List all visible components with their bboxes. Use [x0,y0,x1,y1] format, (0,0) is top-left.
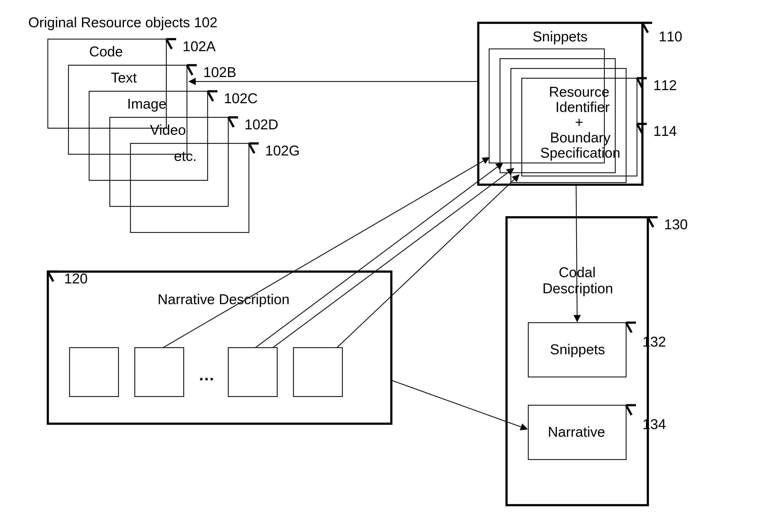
snippet-ref-top: 112 [653,77,677,93]
snippet-line1: Resource [549,84,609,100]
snippet-line2: Identifier [556,99,610,115]
resource-stack: Code 102A Text 102B Image 102C Video 102… [48,38,300,232]
svg-rect-11 [506,217,648,505]
snippet-line3: Boundary [550,130,611,145]
codal-snippets-ref: 132 [642,334,666,350]
arrow-narr4-to-snip [337,175,519,347]
narrative-ref: 120 [64,271,88,286]
resources-heading: Original Resource objects 102 [28,14,218,30]
narrative-ellipsis: … [198,366,215,384]
resource-text-ref: 102B [203,64,236,80]
snippet-plus: + [575,114,583,130]
snippets-ref: 110 [659,29,683,44]
arrow-narr3a-to-snip [255,163,503,348]
codal-ref: 130 [664,216,688,232]
narrative-slot-2 [135,348,184,397]
snippet-ref-bottom: 114 [653,123,677,139]
snippets-group: Snippets 110 Resource Identifier + Bound… [478,23,683,185]
narrative-title: Narrative Description [158,291,290,307]
narrative-slot-4 [293,348,342,397]
snippets-title: Snippets [533,29,587,44]
arrow-snippets-to-codal [576,185,577,321]
codal-snippets-label: Snippets [550,342,605,357]
resource-video-ref: 102D [245,117,278,132]
narrative-slot-1 [70,348,119,397]
resource-etc-ref: 102G [265,143,300,159]
codal-narrative-ref: 134 [642,416,666,432]
codal-title-2: Description [542,280,613,296]
resource-code-ref: 102A [182,38,216,54]
resource-text-label: Text [111,70,137,86]
codal-narrative-label: Narrative [548,424,605,440]
narrative-group: 120 Narrative Description … [48,271,392,424]
arrow-narr3b-to-snip [273,168,514,347]
snippet-line4: Specification [540,145,620,161]
resource-image-label: Image [127,96,166,112]
arrow-narr2-to-snip [163,158,489,348]
narrative-slot-3 [228,348,277,397]
resource-code-label: Code [89,44,123,59]
resource-etc-label: etc. [174,148,197,164]
codal-group: 130 Codal Description Snippets 132 Narra… [506,216,688,505]
diagram-canvas: Original Resource objects 102 Code 102A … [0,0,781,532]
resource-video-label: Video [150,122,186,138]
resource-image-ref: 102C [224,90,258,106]
